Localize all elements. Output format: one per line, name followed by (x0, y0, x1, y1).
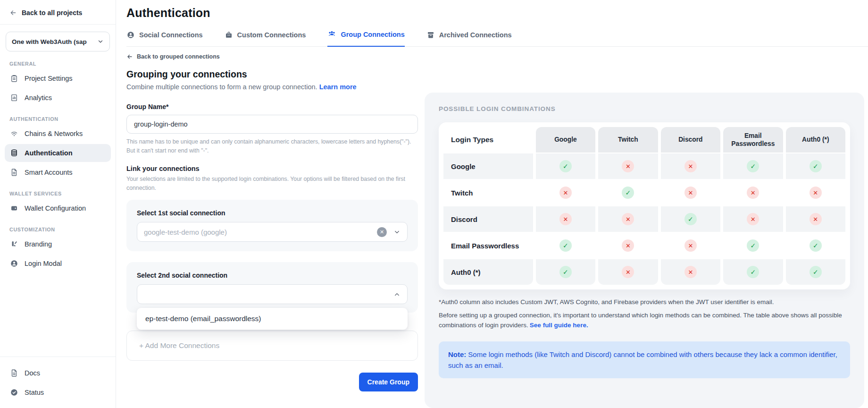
column-header: Auth0 (*) (786, 127, 845, 153)
link-connections-heading: Link your connections (126, 165, 418, 172)
row-label: Discord (443, 206, 533, 232)
check-icon: ✓ (810, 239, 822, 252)
link-connections-helper: Your selections are limited to the suppo… (126, 175, 418, 193)
sidebar-section-authentication: AUTHENTICATION (9, 116, 106, 122)
column-header: Google (536, 127, 595, 153)
select-second-connection[interactable] (137, 284, 408, 304)
sidebar-item-label: Smart Accounts (25, 169, 73, 176)
allowed-cell: ✓ (723, 153, 783, 179)
users-icon (327, 30, 336, 39)
cross-icon: ✕ (747, 187, 759, 199)
cross-icon: ✕ (747, 213, 759, 225)
sidebar-item-label: Project Settings (25, 75, 73, 82)
arrow-left-icon (126, 53, 133, 60)
check-icon: ✓ (559, 266, 572, 278)
column-header: Email Passwordless (723, 127, 783, 153)
sidebar-item-status[interactable]: Status (5, 383, 111, 401)
sidebar-divider (0, 24, 116, 25)
back-to-projects-link[interactable]: Back to all projects (0, 0, 116, 24)
wifi-icon (10, 129, 18, 138)
group-name-input[interactable] (126, 115, 418, 134)
allowed-cell: ✓ (661, 206, 720, 232)
not-allowed-cell: ✕ (786, 180, 845, 205)
dropdown-option-ep-test-demo[interactable]: ep-test-demo (email_passwordless) (137, 308, 408, 330)
sidebar-item-label: Analytics (25, 94, 52, 102)
sidebar-item-project-settings[interactable]: Project Settings (5, 69, 111, 87)
row-label: Twitch (443, 180, 533, 205)
not-allowed-cell: ✕ (598, 233, 658, 258)
not-allowed-cell: ✕ (661, 180, 720, 205)
sidebar-item-login-modal[interactable]: Login Modal (5, 255, 111, 272)
allowed-cell: ✓ (598, 180, 658, 205)
note-label: Note: (448, 350, 466, 358)
sidebar-item-branding[interactable]: Branding (5, 235, 111, 253)
not-allowed-cell: ✕ (598, 153, 658, 179)
file-icon (10, 168, 18, 177)
combinations-table: Login TypesGoogleTwitchDiscordEmail Pass… (443, 127, 845, 285)
allowed-cell: ✓ (723, 259, 783, 285)
back-to-grouped-connections-link[interactable]: Back to grouped connections (126, 53, 418, 60)
tab-group-connections[interactable]: Group Connections (327, 30, 404, 47)
not-allowed-cell: ✕ (661, 153, 720, 179)
select-first-connection[interactable]: google-test-demo (google) ✕ (137, 222, 408, 242)
tab-label: Archived Connections (439, 31, 512, 39)
cross-icon: ✕ (622, 213, 634, 225)
sidebar-item-wallet-configuration[interactable]: Wallet Configuration (5, 199, 111, 217)
tab-archived-connections[interactable]: Archived Connections (426, 30, 512, 47)
group-name-helper: This name has to be unique and can only … (126, 137, 418, 155)
sidebar-item-label: Chains & Networks (25, 130, 83, 137)
allowed-cell: ✓ (536, 153, 595, 179)
allowed-cell: ✓ (536, 233, 595, 258)
add-more-connections-box: + Add More Connections (126, 331, 418, 361)
add-more-connections-button[interactable]: + Add More Connections (139, 341, 219, 350)
sidebar-item-authentication[interactable]: Authentication (5, 144, 111, 162)
sidebar-item-docs[interactable]: Docs (5, 364, 111, 382)
row-label: Google (443, 153, 533, 179)
chevron-down-icon (97, 38, 104, 45)
file-icon (10, 369, 18, 377)
form-subtitle: Combine multiple connections to form a n… (126, 83, 418, 91)
connection-dropdown: ep-test-demo (email_passwordless) (137, 308, 408, 330)
tab-social-connections[interactable]: Social Connections (126, 30, 203, 47)
row-label: Auth0 (*) (443, 259, 533, 285)
create-group-button[interactable]: Create Group (359, 373, 418, 391)
cross-icon: ✕ (684, 187, 697, 199)
sidebar-item-label: Branding (25, 240, 52, 248)
cross-icon: ✕ (622, 266, 634, 278)
sidebar-item-label: Authentication (25, 149, 73, 157)
column-header: Twitch (598, 127, 658, 153)
see-full-guide-link[interactable]: See full guide here. (530, 322, 588, 329)
sidebar-section-general: GENERAL (9, 61, 106, 67)
sidebar-item-analytics[interactable]: Analytics (5, 89, 111, 107)
sidebar-item-smart-accounts[interactable]: Smart Accounts (5, 163, 111, 181)
tab-custom-connections[interactable]: Custom Connections (225, 30, 306, 47)
chevron-up-icon[interactable] (393, 291, 401, 298)
tab-label: Custom Connections (237, 31, 306, 39)
project-selector[interactable]: One with Web3Auth (sap (6, 32, 110, 51)
sidebar-item-label: Docs (25, 369, 40, 377)
panel-title: POSSIBLE LOGIN COMBINATIONS (439, 105, 850, 112)
learn-more-link[interactable]: Learn more (319, 83, 357, 91)
cross-icon: ✕ (684, 239, 697, 252)
select-second-label: Select 2nd social connection (137, 272, 408, 279)
row-label: Email Passwordless (443, 233, 533, 258)
first-connection-card: Select 1st social connection google-test… (126, 200, 418, 251)
sidebar-item-chains-networks[interactable]: Chains & Networks (5, 125, 111, 143)
cross-icon: ✕ (684, 160, 697, 172)
chevron-down-icon[interactable] (393, 229, 401, 236)
check-circle-icon (10, 388, 18, 397)
guide-footnote-text: Before setting up a grouped connection, … (439, 312, 842, 329)
check-icon: ✓ (559, 239, 572, 252)
allowed-cell: ✓ (536, 259, 595, 285)
app-window: Back to all projects One with Web3Auth (… (0, 0, 868, 408)
brush-icon (10, 240, 18, 248)
second-connection-card: Select 2nd social connection (126, 262, 418, 313)
briefcase-icon (225, 31, 233, 39)
form-heading: Grouping your connections (126, 69, 418, 80)
clear-selection-icon[interactable]: ✕ (377, 227, 387, 237)
arrow-left-icon (9, 9, 17, 17)
not-allowed-cell: ✕ (723, 206, 783, 232)
wallet-icon (10, 204, 18, 212)
tab-label: Social Connections (139, 31, 203, 39)
allowed-cell: ✓ (786, 233, 845, 258)
